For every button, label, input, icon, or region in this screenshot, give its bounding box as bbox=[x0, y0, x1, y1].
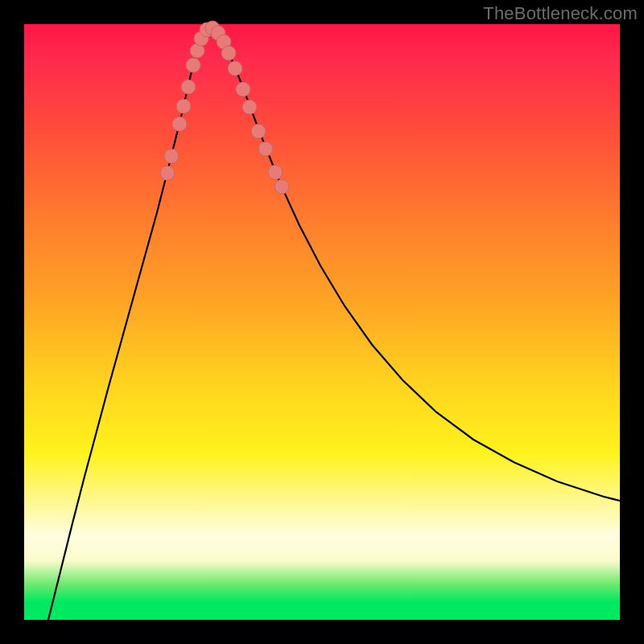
chart-frame: TheBottleneck.com bbox=[0, 0, 644, 644]
curve-left bbox=[48, 27, 211, 620]
plot-area bbox=[24, 24, 620, 620]
highlight-dot bbox=[242, 100, 257, 114]
highlight-dot bbox=[186, 58, 200, 72]
highlight-dot bbox=[176, 99, 191, 114]
curve-svg bbox=[24, 24, 620, 620]
watermark-text: TheBottleneck.com bbox=[483, 3, 638, 24]
highlight-dot bbox=[164, 149, 179, 163]
highlight-dot bbox=[228, 61, 242, 76]
highlight-dot bbox=[268, 165, 283, 180]
highlight-dot bbox=[181, 80, 196, 94]
highlight-dot bbox=[160, 166, 175, 180]
curve-right bbox=[211, 27, 620, 501]
highlight-dot bbox=[172, 117, 187, 131]
highlight-dot bbox=[251, 124, 266, 138]
highlight-dot bbox=[258, 142, 273, 156]
highlight-dot bbox=[236, 82, 250, 97]
highlight-dot bbox=[275, 180, 289, 194]
highlight-dots bbox=[160, 21, 289, 194]
highlight-dot bbox=[221, 46, 236, 60]
